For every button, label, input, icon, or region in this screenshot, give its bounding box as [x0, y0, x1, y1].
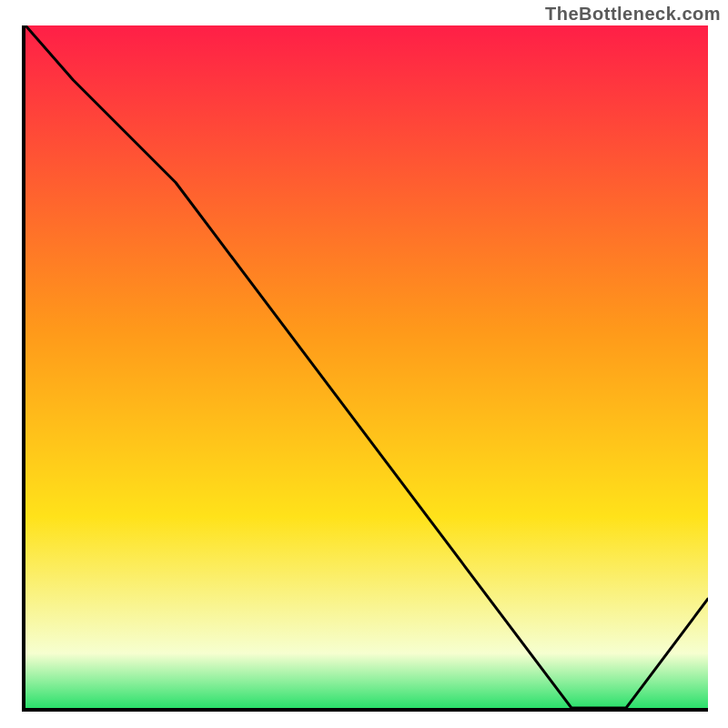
gradient-background: [25, 25, 708, 708]
chart-frame: TheBottleneck.com: [0, 0, 728, 728]
plot-area: [25, 25, 708, 708]
bottleneck-chart-svg: [25, 25, 708, 708]
branding-watermark: TheBottleneck.com: [545, 4, 721, 25]
